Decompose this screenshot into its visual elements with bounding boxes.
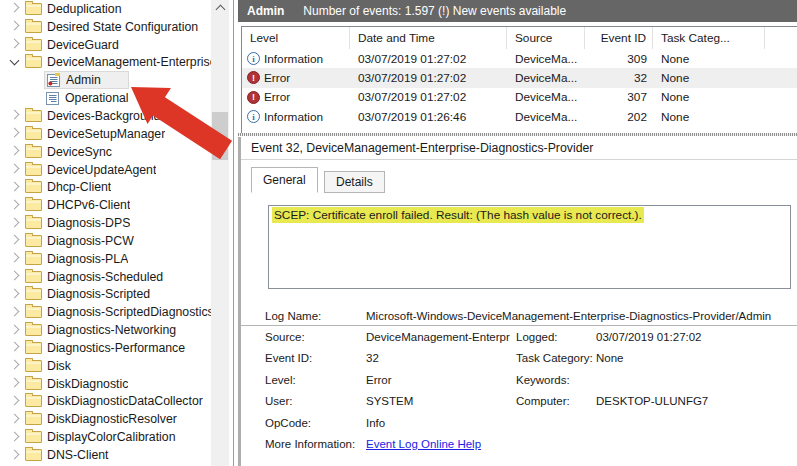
panel-divider — [233, 0, 234, 466]
chevron-right-icon[interactable] — [9, 199, 19, 209]
folder-icon — [25, 395, 42, 407]
field-value: Event Log Online Help — [366, 438, 516, 450]
tree-item-diagnosis-scripted[interactable]: Diagnosis-Scripted — [0, 286, 211, 304]
tree-item-disk[interactable]: Disk — [0, 357, 211, 375]
tree-scrollbar[interactable] — [211, 0, 229, 466]
chevron-right-icon[interactable] — [9, 396, 19, 406]
tree-item-diagnostics-networking[interactable]: Diagnostics-Networking — [0, 321, 211, 339]
tree-item-desired-state-configuration[interactable]: Desired State Configuration — [0, 18, 211, 36]
folder-icon — [25, 110, 42, 122]
tree-item-label: DisplayColorCalibration — [47, 430, 176, 444]
chevron-right-icon[interactable] — [9, 449, 19, 459]
tree-item-label: Diagnostics-Performance — [47, 341, 185, 355]
tree-item-dhcp-client[interactable]: Dhcp-Client — [0, 178, 211, 196]
folder-icon — [25, 342, 42, 354]
tree-item-operational[interactable]: Operational — [0, 89, 211, 107]
event-message-box[interactable]: SCEP: Certificate enroll failed. Result:… — [268, 205, 791, 289]
tree-item-diagnosis-scheduled[interactable]: Diagnosis-Scheduled — [0, 268, 211, 286]
tree-item-admin[interactable]: Admin — [0, 71, 211, 89]
tree-item-diskdiagnostic[interactable]: DiskDiagnostic — [0, 375, 211, 393]
column-header-date-and-time[interactable]: Date and Time — [350, 27, 507, 49]
chevron-right-icon[interactable] — [9, 342, 19, 352]
chevron-right-icon[interactable] — [9, 217, 19, 227]
folder-icon — [25, 449, 42, 461]
event-source: DeviceMa... — [507, 110, 585, 124]
scroll-up-button[interactable] — [211, 0, 229, 16]
tree-item-diagnosis-scripteddiagnosticspr[interactable]: Diagnosis-ScriptedDiagnosticsPr — [0, 303, 211, 321]
tree-item-label: Desired State Configuration — [47, 20, 198, 34]
field-row-more-information: More Information:Event Log Online Help — [241, 433, 797, 454]
field-row-log-name: Log Name:Microsoft-Windows-DeviceManagem… — [241, 305, 797, 326]
pane-splitter[interactable] — [238, 133, 797, 136]
field-row-opcode: OpCode:Info — [241, 412, 797, 433]
column-header-event-id[interactable]: Event ID — [585, 27, 653, 49]
field-value: 03/07/2019 01:27:02 — [596, 331, 797, 343]
field-value: 32 — [366, 352, 516, 364]
field-label: User: — [265, 395, 366, 407]
tree-item-deduplication[interactable]: Deduplication — [0, 0, 211, 18]
tree-item-diskdiagnosticresolver[interactable]: DiskDiagnosticResolver — [0, 410, 211, 428]
field-label: Keywords: — [516, 374, 596, 386]
tree-item-devicesetupmanager[interactable]: DeviceSetupManager — [0, 125, 211, 143]
event-viewer-tree: DeduplicationDesired State Configuration… — [0, 0, 211, 466]
chevron-right-icon[interactable] — [9, 306, 19, 316]
chevron-right-icon[interactable] — [9, 39, 19, 49]
event-task-category: None — [653, 71, 765, 85]
chevron-right-icon[interactable] — [9, 288, 19, 298]
event-row-32[interactable]: !Error03/07/2019 01:27:02DeviceMa...32No… — [242, 68, 797, 87]
chevron-right-icon[interactable] — [9, 128, 19, 138]
chevron-right-icon[interactable] — [9, 413, 19, 423]
tree-item-label: DeviceGuard — [47, 38, 119, 52]
folder-icon — [25, 360, 42, 372]
tree-item-diagnosis-pla[interactable]: Diagnosis-PLA — [0, 250, 211, 268]
tree-item-devices-background[interactable]: Devices-Background — [0, 107, 211, 125]
field-label: Level: — [265, 374, 366, 386]
chevron-right-icon[interactable] — [9, 360, 19, 370]
column-header-level[interactable]: Level — [242, 27, 350, 49]
tree-item-diagnosis-pcw[interactable]: Diagnosis-PCW — [0, 232, 211, 250]
chevron-right-icon[interactable] — [9, 235, 19, 245]
tree-item-devicesync[interactable]: DeviceSync — [0, 143, 211, 161]
chevron-right-icon[interactable] — [9, 431, 19, 441]
tree-item-diagnostics-performance[interactable]: Diagnostics-Performance — [0, 339, 211, 357]
selected-tree-item[interactable]: Admin — [44, 71, 129, 89]
tree-item-displaycolorcalibration[interactable]: DisplayColorCalibration — [0, 428, 211, 446]
scrollbar-thumb[interactable] — [212, 112, 228, 160]
log-view-panel: Admin Number of events: 1.597 (!) New ev… — [238, 0, 797, 466]
tree-item-deviceguard[interactable]: DeviceGuard — [0, 36, 211, 54]
tab-general[interactable]: General — [251, 167, 318, 193]
event-fields: Log Name:Microsoft-Windows-DeviceManagem… — [241, 305, 797, 455]
folder-icon — [25, 21, 42, 33]
chevron-right-icon[interactable] — [9, 164, 19, 174]
tree-item-diskdiagnosticdatacollector[interactable]: DiskDiagnosticDataCollector — [0, 393, 211, 411]
tree-item-label: DNS-Client — [47, 448, 109, 462]
tab-details[interactable]: Details — [324, 171, 385, 193]
event-source: DeviceMa... — [507, 90, 585, 104]
chevron-right-icon[interactable] — [9, 110, 19, 120]
chevron-right-icon[interactable] — [9, 181, 19, 191]
tree-item-devicemanagement-enterprise[interactable]: DeviceManagement-Enterprise- — [0, 54, 211, 72]
chevron-right-icon[interactable] — [9, 21, 19, 31]
tree-item-deviceupdateagent[interactable]: DeviceUpdateAgent — [0, 161, 211, 179]
chevron-right-icon[interactable] — [9, 3, 19, 13]
folder-icon — [25, 288, 42, 300]
tree-item-diagnosis-dps[interactable]: Diagnosis-DPS — [0, 214, 211, 232]
column-header-task-categ[interactable]: Task Categ... — [653, 27, 765, 49]
chevron-right-icon[interactable] — [9, 146, 19, 156]
chevron-down-icon[interactable] — [9, 56, 19, 66]
events-table: LevelDate and TimeSourceEvent IDTask Cat… — [241, 26, 797, 134]
event-row-307[interactable]: !Error03/07/2019 01:27:02DeviceMa...307N… — [242, 88, 797, 107]
event-row-202[interactable]: iInformation03/07/2019 01:26:46DeviceMa.… — [242, 107, 797, 126]
event-log-online-help-link[interactable]: Event Log Online Help — [366, 438, 481, 450]
column-header-source[interactable]: Source — [507, 27, 585, 49]
tree-item-label: DeviceManagement-Enterprise- — [47, 55, 211, 69]
tree-item-dhcpv6-client[interactable]: DHCPv6-Client — [0, 196, 211, 214]
tree-item-dns-client[interactable]: DNS-Client — [0, 446, 211, 464]
field-row-source: Source:DeviceManagement-EnterprLogged:03… — [241, 326, 797, 347]
event-row-309[interactable]: iInformation03/07/2019 01:27:02DeviceMa.… — [242, 49, 797, 68]
chevron-right-icon[interactable] — [9, 253, 19, 263]
chevron-right-icon[interactable] — [9, 378, 19, 388]
tree-item-label: Devices-Background — [47, 109, 160, 123]
chevron-right-icon[interactable] — [9, 324, 19, 334]
chevron-right-icon[interactable] — [9, 271, 19, 281]
